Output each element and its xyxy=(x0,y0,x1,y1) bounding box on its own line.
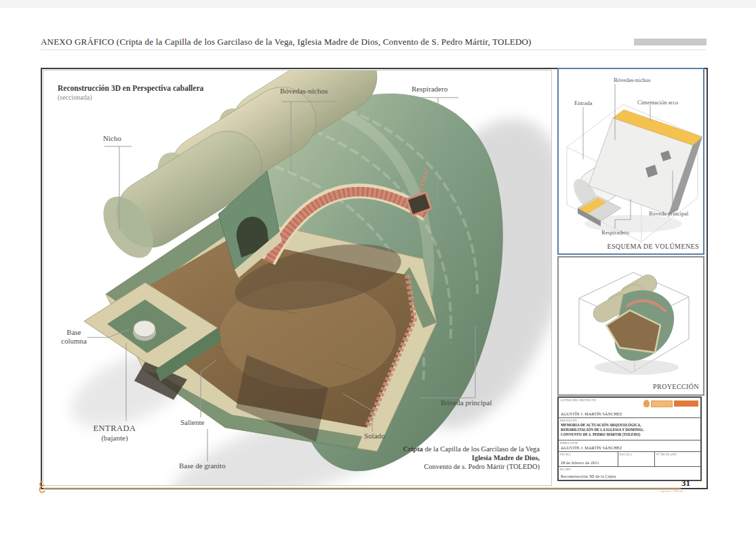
label-bovedas-nichos: Bóvedas-nichos xyxy=(280,87,327,95)
volume-schema-drawing xyxy=(559,69,703,253)
logo-block-light xyxy=(651,400,673,407)
label-saliente: Saliente xyxy=(180,418,204,426)
proyeccion-panel: PROYECCIÓN xyxy=(557,256,704,396)
title-block-plan-row: PLANO Reconstrucción 3D de la Cripta xyxy=(559,467,700,480)
date-label: FECHA xyxy=(560,453,571,456)
plan-number-cell: Nº DE PLANO xyxy=(655,452,700,466)
label-entrada: ENTRADA (bajante) xyxy=(85,424,144,443)
title-block-project-row: PROYECTO MEMORIA DE ACTUACIÓN ARQUEOLÓGI… xyxy=(559,418,700,440)
figure-subtitle: (seccionada) xyxy=(58,94,92,101)
logo-block-dark xyxy=(674,400,698,407)
author-label: AUTOR DEL PROYECTO xyxy=(560,398,597,402)
header-rule xyxy=(41,49,707,50)
title-block-date-row: FECHA 28 de febrero de 2011 ESCALA Nº DE… xyxy=(559,452,700,467)
label-base-columna: Base columna xyxy=(57,328,91,346)
author-value: AGUSTÍN J. MARTÍN SÁNCHEZ xyxy=(561,412,622,416)
esquema-label-bovedas-nichos: Bóvedas-nichos xyxy=(614,77,650,83)
figure-title: Reconstrucción 3D en Perspectiva caballe… xyxy=(58,84,203,92)
proyeccion-title: PROYECCIÓN xyxy=(653,383,699,390)
plan-label: PLANO xyxy=(560,468,571,471)
label-base-granito: Base de granito xyxy=(179,461,225,470)
esquema-label-respiradero: Respiradero xyxy=(601,229,629,236)
esquema-label-cimentacion-arco: Cimentación arco xyxy=(637,99,678,106)
logo-emblem-icon xyxy=(643,400,650,407)
label-solado: Solado xyxy=(364,432,385,440)
figure-caption: Cripta de la Capilla de los Garcilaso de… xyxy=(353,445,540,471)
page-edge xyxy=(0,0,756,8)
footer-mark-icon xyxy=(37,480,47,495)
label-boveda-principal: Bóveda principal xyxy=(441,398,492,407)
footer-credit: Agustín J. Martín xyxy=(637,489,683,493)
title-block-author-row: AUTOR DEL PROYECTO AGUSTÍN J. MARTÍN SÁN… xyxy=(559,398,700,418)
draftsman-value: AGUSTÍN J. MARTÍN SÁNCHEZ xyxy=(561,446,622,450)
document-page: ANEXO GRÁFICO (Cripta de la Capilla de l… xyxy=(0,0,756,534)
title-block-draftsman-row: DIBUJANTE AGUSTÍN J. MARTÍN SÁNCHEZ xyxy=(559,440,700,452)
esquema-panel: Bóvedas-nichos Entrada Cimentación arco … xyxy=(557,68,704,255)
draftsman-label: DIBUJANTE xyxy=(560,441,578,445)
esquema-label-boveda-principal: Bóveda principal xyxy=(649,210,688,217)
plan-value: Reconstrucción 3D de la Cripta xyxy=(561,474,616,478)
project-value: MEMORIA DE ACTUACIÓN ARQUEOLÓGICA, REHAB… xyxy=(561,423,643,437)
label-nicho: Nicho xyxy=(103,134,121,142)
institution-logo-icon xyxy=(643,400,698,407)
esquema-label-entrada: Entrada xyxy=(574,100,592,106)
page-number: 31 xyxy=(681,478,690,489)
page-title: ANEXO GRÁFICO (Cripta de la Capilla de l… xyxy=(41,37,637,47)
header-gray-bar xyxy=(634,39,707,45)
footer-accent-line xyxy=(43,487,681,489)
project-label: PROYECTO xyxy=(560,419,577,422)
title-block: AUTOR DEL PROYECTO AGUSTÍN J. MARTÍN SÁN… xyxy=(557,396,702,481)
label-respiradero: Respiradero xyxy=(412,85,447,93)
plan-number-label: Nº DE PLANO xyxy=(656,453,677,456)
esquema-title: ESQUEMA DE VOLÚMENES xyxy=(607,243,699,250)
projection-drawing xyxy=(559,258,703,394)
scale-label: ESCALA xyxy=(620,453,633,456)
date-cell: FECHA 28 de febrero de 2011 xyxy=(559,452,618,466)
date-value: 28 de febrero de 2011 xyxy=(561,461,599,465)
scale-cell: ESCALA xyxy=(618,452,655,466)
